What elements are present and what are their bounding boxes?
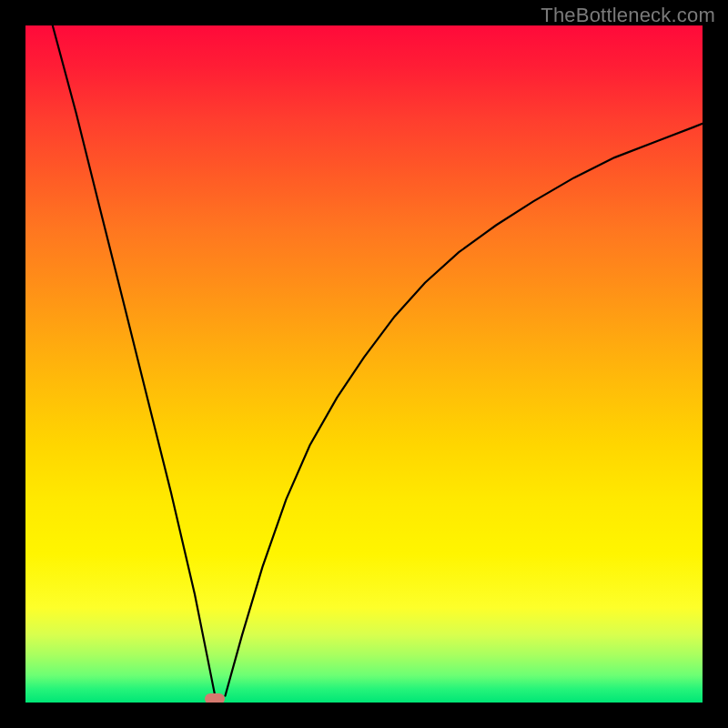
watermark-text: TheBottleneck.com: [541, 4, 715, 27]
minimum-marker: [205, 693, 225, 703]
bottleneck-curve: [25, 25, 703, 703]
plot-area: [25, 25, 703, 703]
chart-frame: TheBottleneck.com: [0, 0, 728, 728]
curve-left-branch: [53, 25, 216, 696]
curve-right-branch: [226, 124, 703, 696]
